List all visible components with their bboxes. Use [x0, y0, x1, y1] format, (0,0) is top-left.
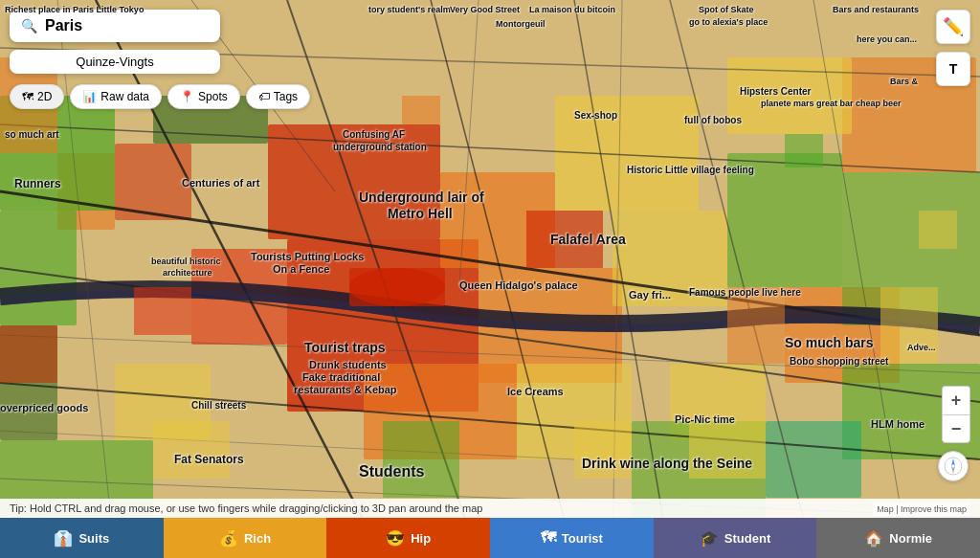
svg-rect-58 — [383, 421, 459, 498]
normie-emoji: 🏠 — [864, 529, 883, 547]
search-bar[interactable]: 🔍 — [10, 10, 220, 42]
neighborhood-label[interactable]: Quinze-Vingts — [10, 50, 220, 74]
zoom-out-button[interactable]: − — [942, 414, 970, 443]
nav-suits[interactable]: 👔 Suits — [0, 518, 164, 558]
nav-student[interactable]: 🎓 Student — [654, 518, 817, 558]
svg-rect-52 — [349, 268, 445, 306]
svg-rect-57 — [574, 421, 632, 479]
svg-rect-45 — [526, 211, 603, 268]
right-buttons: ✏️ T — [936, 10, 970, 86]
tourist-emoji: 🗺 — [541, 529, 556, 547]
svg-rect-12 — [612, 211, 727, 306]
hip-emoji: 😎 — [386, 529, 405, 547]
svg-rect-23 — [0, 440, 153, 517]
svg-rect-18 — [0, 211, 77, 325]
svg-rect-47 — [727, 287, 785, 364]
hip-label: Hip — [411, 531, 431, 546]
mode-2d-button[interactable]: 🗺 2D — [10, 84, 64, 109]
svg-rect-13 — [727, 57, 852, 134]
zoom-in-button[interactable]: + — [942, 386, 970, 414]
svg-rect-53 — [402, 96, 440, 124]
svg-rect-50 — [689, 421, 766, 479]
svg-rect-56 — [0, 325, 57, 383]
nav-hip[interactable]: 😎 Hip — [326, 518, 490, 558]
compass-button[interactable] — [938, 451, 969, 481]
nav-rich[interactable]: 💰 Rich — [164, 518, 327, 558]
nav-tourist[interactable]: 🗺 Tourist — [490, 518, 654, 558]
svg-rect-48 — [880, 287, 938, 364]
student-label: Student — [724, 531, 770, 546]
rich-label: Rich — [244, 531, 271, 546]
search-input[interactable] — [45, 17, 189, 34]
svg-rect-55 — [919, 211, 957, 249]
tourist-label: Tourist — [562, 531, 603, 546]
suits-emoji: 👔 — [54, 529, 73, 547]
search-icon: 🔍 — [21, 18, 37, 33]
student-emoji: 🎓 — [700, 529, 719, 547]
attribution-text: Map | Improve this map — [877, 504, 967, 514]
svg-rect-46 — [134, 287, 191, 335]
suits-label: Suits — [78, 531, 109, 546]
svg-rect-59 — [153, 421, 230, 479]
zoom-controls: + − — [942, 386, 970, 443]
mode-raw-data-button[interactable]: 📊 Raw data — [70, 84, 162, 109]
nav-normie[interactable]: 🏠 Normie — [816, 518, 980, 558]
map-container: 🔍 Quinze-Vingts 🗺 2D 📊 Raw data 📍 Spots … — [0, 0, 980, 558]
normie-label: Normie — [889, 531, 932, 546]
mode-buttons: 🗺 2D 📊 Raw data 📍 Spots 🏷 Tags — [10, 84, 310, 109]
text-button[interactable]: T — [936, 52, 970, 86]
svg-rect-26 — [766, 421, 861, 498]
pencil-button[interactable]: ✏️ — [936, 10, 970, 44]
rich-emoji: 💰 — [219, 529, 238, 547]
svg-rect-19 — [727, 153, 842, 287]
mode-spots-button[interactable]: 📍 Spots — [167, 84, 240, 109]
mode-tags-button[interactable]: 🏷 Tags — [246, 84, 310, 109]
attribution[interactable]: Map | Improve this map — [873, 502, 970, 516]
svg-rect-54 — [785, 134, 823, 167]
bottom-nav: 👔 Suits 💰 Rich 😎 Hip 🗺 Tourist 🎓 Student… — [0, 518, 980, 558]
